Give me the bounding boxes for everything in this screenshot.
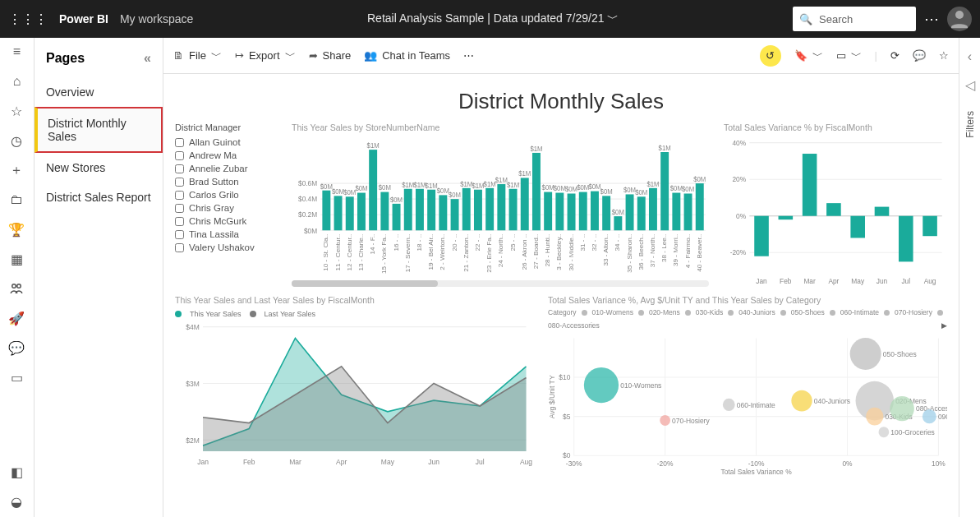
- dm-slicer-item[interactable]: Brad Sutton: [175, 175, 277, 188]
- dm-slicer-item[interactable]: Chris McGurk: [175, 215, 277, 228]
- dm-slicer-item[interactable]: Allan Guinot: [175, 136, 277, 149]
- dm-slicer-item[interactable]: Andrew Ma: [175, 149, 277, 162]
- workspaces-icon[interactable]: ◧: [9, 464, 24, 479]
- svg-text:17 - Severn..: 17 - Severn..: [404, 234, 412, 273]
- dm-checkbox[interactable]: [175, 204, 184, 213]
- svg-text:$0M: $0M: [390, 196, 403, 204]
- svg-text:$0M: $0M: [682, 186, 694, 193]
- filters-icon[interactable]: ◁: [965, 77, 975, 93]
- refresh-icon: ⟳: [890, 49, 899, 62]
- svg-text:$5: $5: [563, 413, 571, 421]
- dm-slicer-item[interactable]: Chris Gray: [175, 201, 277, 215]
- dm-checkbox[interactable]: [175, 217, 184, 226]
- report-header-title[interactable]: Retail Analysis Sample | Data updated 7/…: [205, 12, 781, 26]
- datasets-icon[interactable]: 🗀: [9, 192, 24, 207]
- svg-text:24 - North..: 24 - North..: [498, 234, 505, 268]
- expand-filters-icon[interactable]: ‹: [968, 49, 972, 64]
- svg-text:Jan: Jan: [197, 457, 209, 465]
- svg-text:$0M: $0M: [670, 185, 683, 192]
- svg-text:26 - Akron ..: 26 - Akron ..: [521, 234, 528, 270]
- my-workspace-icon[interactable]: ◒: [9, 494, 24, 509]
- svg-rect-11: [322, 191, 330, 231]
- dm-slicer-item[interactable]: Valery Ushakov: [175, 241, 277, 254]
- page-item[interactable]: District Monthly Sales: [35, 107, 163, 153]
- dm-slicer-item[interactable]: Tina Lassila: [175, 228, 277, 241]
- create-icon[interactable]: ＋: [9, 163, 24, 178]
- chat-in-teams-button[interactable]: 👥 Chat in Teams: [364, 49, 450, 62]
- svg-text:090-Home: 090-Home: [938, 413, 947, 421]
- svg-point-171: [791, 390, 812, 412]
- svg-text:-20%: -20%: [730, 248, 747, 256]
- favorite-button[interactable]: ☆: [939, 49, 949, 62]
- bar-chart-scrollbar[interactable]: [292, 280, 709, 287]
- chat-icon[interactable]: 💬: [9, 340, 24, 355]
- search-input[interactable]: 🔍 Search: [793, 7, 916, 31]
- file-menu[interactable]: 🗎 File ﹀: [173, 48, 222, 63]
- book-icon[interactable]: ▭: [9, 370, 24, 385]
- variance-bar-chart[interactable]: Total Sales Variance % by FiscalMonth -2…: [724, 122, 947, 287]
- file-icon: 🗎: [173, 49, 184, 62]
- learn-icon[interactable]: 🚀: [9, 311, 24, 325]
- svg-rect-29: [393, 204, 401, 230]
- toolbar-more-icon[interactable]: ⋯: [463, 49, 474, 62]
- legend-scroll-right-icon[interactable]: ▶: [941, 321, 947, 330]
- dm-slicer-item[interactable]: Annelie Zubar: [175, 162, 277, 175]
- this-year-sales-bar-chart[interactable]: This Year Sales by StoreNumberName $0M$0…: [292, 122, 709, 287]
- svg-text:15 - York Fa..: 15 - York Fa..: [381, 234, 389, 274]
- workspace-name[interactable]: My workspace: [120, 12, 193, 25]
- export-menu[interactable]: ↦ Export ﹀: [235, 48, 296, 63]
- svg-text:Apr: Apr: [336, 457, 347, 465]
- view-menu[interactable]: ▭﹀: [836, 48, 862, 63]
- svg-text:20%: 20%: [732, 175, 746, 183]
- svg-point-1: [12, 284, 16, 289]
- svg-text:010-Womens: 010-Womens: [620, 381, 661, 390]
- svg-text:21 - Zanton..: 21 - Zanton..: [462, 234, 470, 272]
- svg-point-165: [584, 367, 619, 403]
- page-item[interactable]: New Stores: [35, 153, 163, 182]
- dm-slicer-item[interactable]: Carlos Grilo: [175, 188, 277, 201]
- user-avatar[interactable]: [947, 7, 972, 31]
- share-button[interactable]: ➦ Share: [309, 49, 352, 62]
- filters-label[interactable]: Filters: [964, 111, 976, 138]
- svg-text:$10: $10: [559, 373, 570, 381]
- more-menu-icon[interactable]: ⋯: [924, 10, 939, 28]
- reset-button[interactable]: ↺: [760, 45, 781, 67]
- svg-point-183: [922, 409, 936, 423]
- dm-checkbox[interactable]: [175, 151, 184, 160]
- goals-icon[interactable]: 🏆: [9, 222, 24, 237]
- dm-checkbox[interactable]: [175, 230, 184, 239]
- page-item[interactable]: District Sales Report: [35, 182, 163, 212]
- sales-area-chart[interactable]: This Year Sales and Last Year Sales by F…: [175, 295, 533, 468]
- report-title: District Monthly Sales: [163, 74, 959, 119]
- dm-checkbox[interactable]: [175, 178, 184, 187]
- sales-bubble-chart[interactable]: Total Sales Variance %, Avg $/Unit TY an…: [548, 295, 947, 468]
- hamburger-icon[interactable]: ≡: [9, 44, 24, 59]
- svg-text:$0M: $0M: [600, 188, 613, 196]
- svg-text:20 - ..: 20 - ..: [451, 234, 458, 252]
- svg-text:$0.6M: $0.6M: [298, 179, 317, 187]
- home-icon[interactable]: ⌂: [9, 74, 24, 89]
- svg-text:$1M: $1M: [367, 142, 380, 150]
- dm-checkbox[interactable]: [175, 164, 184, 173]
- page-item[interactable]: Overview: [35, 77, 163, 107]
- app-launcher-icon[interactable]: ⋮⋮⋮: [8, 12, 48, 27]
- dm-slicer-title: District Manager: [175, 122, 277, 132]
- recent-icon[interactable]: ◷: [9, 133, 24, 148]
- shared-icon[interactable]: [9, 281, 24, 296]
- collapse-pages-icon[interactable]: «: [144, 51, 151, 66]
- pages-panel: Pages « OverviewDistrict Monthly SalesNe…: [35, 38, 163, 517]
- svg-text:Mar: Mar: [289, 457, 301, 465]
- svg-rect-32: [404, 189, 412, 231]
- dm-checkbox[interactable]: [175, 243, 184, 252]
- refresh-button[interactable]: ⟳: [890, 49, 899, 62]
- svg-text:$0M: $0M: [635, 189, 647, 196]
- svg-text:May: May: [381, 457, 395, 465]
- dm-checkbox[interactable]: [175, 138, 184, 147]
- apps-icon[interactable]: ▦: [9, 252, 24, 266]
- dm-checkbox[interactable]: [175, 191, 184, 200]
- bookmark-menu[interactable]: 🔖﹀: [794, 48, 823, 63]
- svg-text:$2M: $2M: [186, 436, 200, 444]
- comment-button[interactable]: 💬: [913, 49, 926, 62]
- svg-rect-59: [509, 189, 518, 231]
- favorites-icon[interactable]: ☆: [9, 104, 24, 118]
